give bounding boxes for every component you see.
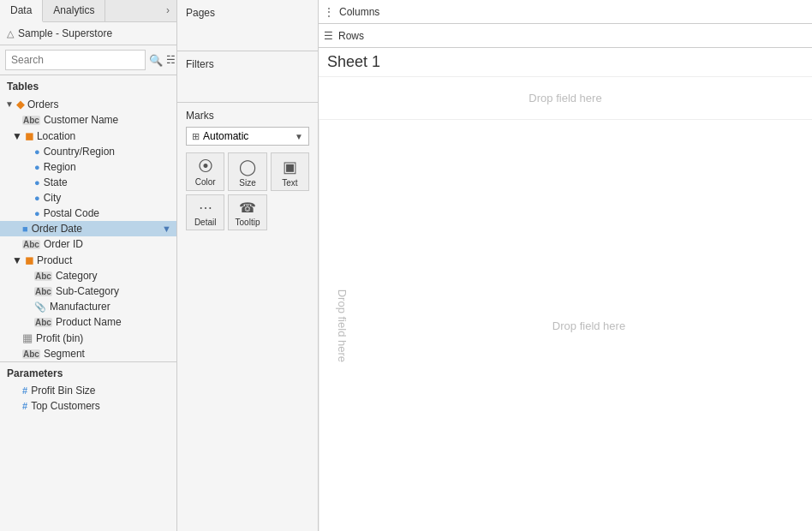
rows-icon: ☰ bbox=[324, 30, 333, 42]
rows-content[interactable] bbox=[386, 27, 807, 45]
search-row: 🔍 ☵ ⌧ bbox=[0, 45, 176, 75]
product-group-icon: ◼ bbox=[25, 254, 34, 266]
tree-item-order-date[interactable]: ■ Order Date ▼ bbox=[0, 221, 176, 236]
abc-icon-order-id: Abc bbox=[22, 240, 40, 249]
marks-btn-color[interactable]: ⦿ Color bbox=[186, 152, 224, 191]
state-label: State bbox=[44, 176, 68, 188]
globe-icon-postal: ● bbox=[34, 208, 40, 218]
marks-btn-text[interactable]: ▣ Text bbox=[271, 152, 309, 191]
tree-item-category[interactable]: Abc Category bbox=[0, 268, 176, 283]
product-caret: ▼ bbox=[12, 254, 22, 266]
marks-title: Marks bbox=[186, 110, 309, 122]
marks-btn-size[interactable]: ◯ Size bbox=[228, 152, 266, 191]
tables-label: Tables bbox=[0, 75, 176, 96]
drop-field-center[interactable]: Drop field here bbox=[366, 120, 812, 531]
tree-item-profit-bin-size[interactable]: # Profit Bin Size bbox=[0, 383, 176, 398]
text-icon: ▣ bbox=[283, 158, 297, 176]
profit-bin-label: Profit (bin) bbox=[36, 332, 83, 344]
detail-label: Detail bbox=[194, 218, 217, 227]
tab-analytics[interactable]: Analytics bbox=[43, 0, 105, 21]
marks-btn-detail[interactable]: ⋯ Detail bbox=[186, 194, 224, 230]
tree-item-state[interactable]: ● State bbox=[0, 175, 176, 190]
tree-item-order-id[interactable]: Abc Order ID bbox=[0, 236, 176, 252]
abc-icon-subcategory: Abc bbox=[34, 287, 52, 296]
product-name-label: Product Name bbox=[56, 316, 122, 328]
columns-shelf: ⋮ Columns bbox=[319, 0, 812, 24]
source-name: Sample - Superstore bbox=[18, 27, 112, 39]
tabs-row: Data Analytics › bbox=[0, 0, 176, 22]
marks-dropdown-arrow: ▼ bbox=[295, 132, 303, 141]
abc-icon-segment: Abc bbox=[22, 349, 40, 359]
source-row: △ Sample - Superstore bbox=[0, 22, 176, 45]
marks-btn-tooltip[interactable]: ☎ Tooltip bbox=[228, 194, 266, 230]
globe-icon-state: ● bbox=[34, 177, 40, 188]
top-customers-label: Top Customers bbox=[31, 400, 100, 412]
tab-collapse-arrow[interactable]: › bbox=[159, 0, 176, 21]
columns-content[interactable] bbox=[387, 3, 807, 21]
marks-dropdown-text: Automatic bbox=[203, 130, 291, 142]
filters-section: Filters bbox=[177, 51, 318, 103]
manufacturer-label: Manufacturer bbox=[50, 301, 110, 313]
filters-title: Filters bbox=[186, 58, 309, 70]
search-icon[interactable]: 🔍 bbox=[149, 54, 163, 67]
tree-item-subcategory[interactable]: Abc Sub-Category bbox=[0, 283, 176, 299]
drop-field-top[interactable]: Drop field here bbox=[319, 77, 812, 120]
right-panel: ⋮ Columns ☰ Rows Sheet 1 Drop field here… bbox=[319, 0, 812, 531]
tooltip-icon: ☎ bbox=[239, 200, 256, 216]
calendar-icon-order-date: ■ bbox=[22, 224, 28, 234]
region-label: Region bbox=[44, 161, 76, 173]
location-label: Location bbox=[37, 130, 75, 142]
segment-label: Segment bbox=[44, 348, 85, 360]
tooltip-label: Tooltip bbox=[236, 218, 260, 227]
tree-item-region[interactable]: ● Region bbox=[0, 159, 176, 175]
clip-icon-manufacturer: 📎 bbox=[34, 301, 46, 313]
globe-icon-city: ● bbox=[34, 193, 40, 203]
rows-label: Rows bbox=[338, 30, 381, 42]
columns-label: Columns bbox=[339, 6, 382, 18]
country-label: Country/Region bbox=[44, 146, 115, 158]
profit-bin-size-label: Profit Bin Size bbox=[31, 385, 95, 397]
abc-icon-customer: Abc bbox=[22, 116, 40, 125]
tree-item-profit-bin[interactable]: ▦ Profit (bin) bbox=[0, 330, 176, 346]
abc-icon-category: Abc bbox=[34, 271, 52, 281]
pages-title: Pages bbox=[186, 7, 309, 19]
tree-item-top-customers[interactable]: # Top Customers bbox=[0, 398, 176, 414]
middle-panel: Pages Filters Marks ⊞ Automatic ▼ ⦿ Colo… bbox=[177, 0, 319, 531]
filter-icon[interactable]: ☵ bbox=[166, 54, 176, 66]
left-panel: Data Analytics › △ Sample - Superstore 🔍… bbox=[0, 0, 177, 531]
globe-icon-region: ● bbox=[34, 162, 40, 172]
text-label: Text bbox=[282, 178, 297, 188]
size-label: Size bbox=[239, 178, 255, 188]
rows-shelf: ☰ Rows bbox=[319, 24, 812, 48]
detail-icon: ⋯ bbox=[199, 200, 212, 216]
marks-dropdown[interactable]: ⊞ Automatic ▼ bbox=[186, 127, 309, 146]
columns-icon: ⋮ bbox=[324, 6, 334, 18]
params-area: # Profit Bin Size # Top Customers bbox=[0, 383, 176, 419]
search-input[interactable] bbox=[5, 50, 146, 70]
tree-item-city[interactable]: ● City bbox=[0, 190, 176, 206]
drop-field-left[interactable]: Drop field here bbox=[319, 120, 366, 531]
orders-label: Orders bbox=[27, 98, 59, 110]
sheet-title-bar: Sheet 1 bbox=[319, 48, 812, 77]
tab-data[interactable]: Data bbox=[0, 0, 43, 22]
tree-item-product-name[interactable]: Abc Product Name bbox=[0, 314, 176, 330]
order-date-arrow: ▼ bbox=[162, 224, 171, 234]
tree-item-country[interactable]: ● Country/Region bbox=[0, 144, 176, 159]
tree-item-segment[interactable]: Abc Segment bbox=[0, 346, 176, 361]
tree-item-manufacturer[interactable]: 📎 Manufacturer bbox=[0, 299, 176, 314]
tree-item-postal-code[interactable]: ● Postal Code bbox=[0, 206, 176, 221]
location-subgroup-header[interactable]: ▼ ◼ Location bbox=[0, 128, 176, 144]
globe-icon-country: ● bbox=[34, 146, 40, 157]
category-label: Category bbox=[56, 270, 98, 282]
marks-section: Marks ⊞ Automatic ▼ ⦿ Color ◯ Size ▣ Tex… bbox=[177, 103, 318, 531]
orders-icon: ◆ bbox=[16, 98, 25, 110]
hash-icon-top-customers: # bbox=[22, 401, 27, 411]
product-subgroup-header[interactable]: ▼ ◼ Product bbox=[0, 252, 176, 268]
abc-icon-product-name: Abc bbox=[34, 318, 52, 327]
orders-group-header[interactable]: ▼ ◆ Orders bbox=[0, 96, 176, 112]
tree-item-customer-name[interactable]: Abc Customer Name bbox=[0, 112, 176, 128]
order-date-label: Order Date bbox=[32, 223, 82, 235]
location-caret: ▼ bbox=[12, 130, 22, 142]
source-icon: △ bbox=[7, 28, 14, 39]
customer-name-label: Customer Name bbox=[44, 114, 118, 126]
